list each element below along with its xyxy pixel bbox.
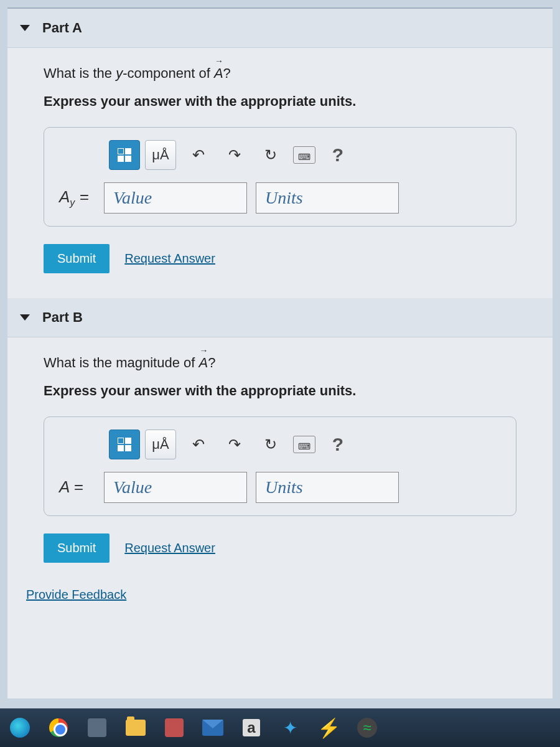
reset-icon[interactable]: ↻ <box>257 431 284 458</box>
spotify-icon[interactable]: ≈ <box>356 716 378 739</box>
undo-icon[interactable]: ↶ <box>185 141 212 169</box>
store-icon[interactable] <box>86 716 108 739</box>
part-b-variable: A = <box>59 477 95 497</box>
part-a-instruction: Express your answer with the appropriate… <box>44 93 516 110</box>
part-b-header[interactable]: Part B <box>7 298 553 337</box>
provide-feedback-link[interactable]: Provide Feedback <box>7 575 145 614</box>
part-b-question: What is the magnitude of A? <box>44 354 516 373</box>
part-a-toolbar: μÅ ↶ ↷ ↻ ⌨ ? <box>59 140 501 170</box>
special-chars-button[interactable]: μÅ <box>145 430 176 459</box>
help-icon[interactable]: ? <box>324 431 352 458</box>
part-b-instruction: Express your answer with the appropriate… <box>44 383 516 399</box>
part-a-label: Part A <box>42 20 82 36</box>
file-explorer-icon[interactable] <box>124 716 147 739</box>
part-a-request-answer-link[interactable]: Request Answer <box>124 251 215 266</box>
redo-icon[interactable]: ↷ <box>221 431 248 458</box>
part-a-value-input[interactable] <box>104 182 247 214</box>
part-b-body: What is the magnitude of A? Express your… <box>7 337 553 588</box>
dropbox-icon[interactable]: ✦ <box>279 716 301 739</box>
power-icon[interactable]: ⚡ <box>317 716 340 739</box>
caret-down-icon <box>20 25 30 31</box>
content-area: Part A What is the y-component of A? Exp… <box>7 7 553 698</box>
part-b-toolbar: μÅ ↶ ↷ ↻ ⌨ ? <box>59 430 501 459</box>
part-a-submit-button[interactable]: Submit <box>44 244 110 273</box>
templates-button[interactable] <box>109 140 140 170</box>
part-a-question: What is the y-component of A? <box>44 64 516 83</box>
special-chars-button[interactable]: μÅ <box>145 140 176 170</box>
part-a-variable: Ay = <box>59 187 95 209</box>
part-b-label: Part B <box>42 309 83 326</box>
part-b-submit-button[interactable]: Submit <box>44 533 110 563</box>
part-a-body: What is the y-component of A? Express yo… <box>7 48 553 298</box>
part-b-value-input[interactable] <box>104 472 247 503</box>
keyboard-icon[interactable]: ⌨ <box>293 146 315 164</box>
chrome-icon[interactable] <box>47 716 70 739</box>
edge-icon[interactable] <box>9 716 31 739</box>
part-b-answer-box: μÅ ↶ ↷ ↻ ⌨ ? A = <box>44 416 516 516</box>
part-a-actions: Submit Request Answer <box>44 244 516 273</box>
reset-icon[interactable]: ↻ <box>257 141 284 169</box>
templates-button[interactable] <box>109 430 140 459</box>
mail-icon[interactable] <box>202 716 224 739</box>
part-a-answer-box: μÅ ↶ ↷ ↻ ⌨ ? Ay = <box>44 127 516 227</box>
taskbar: a ✦ ⚡ ≈ <box>0 708 560 747</box>
part-b-actions: Submit Request Answer <box>44 533 516 563</box>
part-a-input-row: Ay = <box>59 182 501 214</box>
app-icon[interactable] <box>163 716 185 739</box>
undo-icon[interactable]: ↶ <box>185 431 212 458</box>
part-a-units-input[interactable] <box>256 182 399 214</box>
redo-icon[interactable]: ↷ <box>221 141 248 169</box>
help-icon[interactable]: ? <box>324 141 352 169</box>
amazon-icon[interactable]: a <box>240 716 263 739</box>
part-b-request-answer-link[interactable]: Request Answer <box>124 541 215 555</box>
part-a-header[interactable]: Part A <box>7 9 553 48</box>
part-b-units-input[interactable] <box>256 472 399 503</box>
part-b-input-row: A = <box>59 472 501 503</box>
caret-down-icon <box>20 314 30 321</box>
keyboard-icon[interactable]: ⌨ <box>293 436 315 453</box>
